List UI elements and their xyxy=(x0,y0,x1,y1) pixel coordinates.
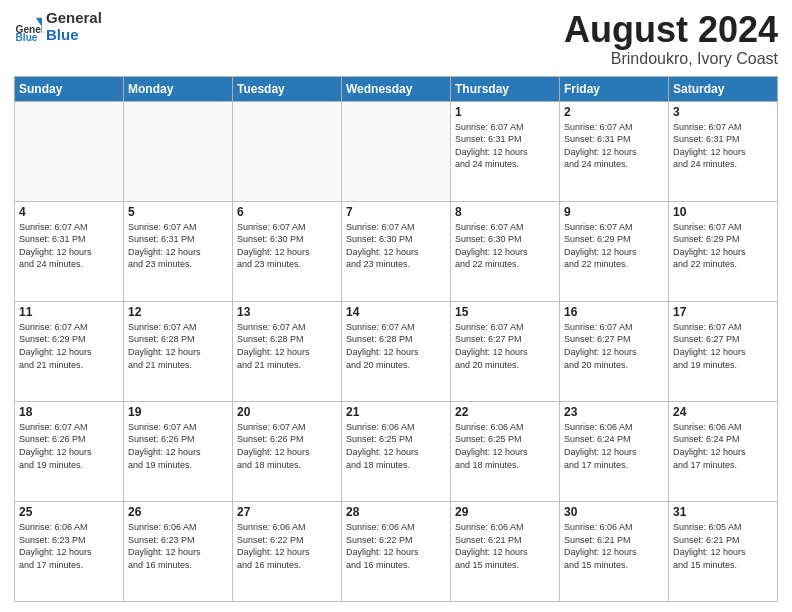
calendar-day-cell: 21Sunrise: 6:06 AM Sunset: 6:25 PM Dayli… xyxy=(342,401,451,501)
calendar-day-cell: 9Sunrise: 6:07 AM Sunset: 6:29 PM Daylig… xyxy=(560,201,669,301)
calendar-week-row: 11Sunrise: 6:07 AM Sunset: 6:29 PM Dayli… xyxy=(15,301,778,401)
calendar-day-cell: 23Sunrise: 6:06 AM Sunset: 6:24 PM Dayli… xyxy=(560,401,669,501)
day-number: 1 xyxy=(455,105,555,119)
calendar-day-cell: 19Sunrise: 6:07 AM Sunset: 6:26 PM Dayli… xyxy=(124,401,233,501)
day-number: 17 xyxy=(673,305,773,319)
day-number: 28 xyxy=(346,505,446,519)
day-number: 22 xyxy=(455,405,555,419)
calendar-day-cell: 17Sunrise: 6:07 AM Sunset: 6:27 PM Dayli… xyxy=(669,301,778,401)
logo-general-text: General xyxy=(46,10,102,27)
calendar-day-cell: 29Sunrise: 6:06 AM Sunset: 6:21 PM Dayli… xyxy=(451,501,560,601)
day-info: Sunrise: 6:07 AM Sunset: 6:31 PM Dayligh… xyxy=(564,121,664,171)
calendar-day-cell: 18Sunrise: 6:07 AM Sunset: 6:26 PM Dayli… xyxy=(15,401,124,501)
day-number: 26 xyxy=(128,505,228,519)
calendar-day-cell: 1Sunrise: 6:07 AM Sunset: 6:31 PM Daylig… xyxy=(451,101,560,201)
calendar-day-cell: 27Sunrise: 6:06 AM Sunset: 6:22 PM Dayli… xyxy=(233,501,342,601)
svg-text:Blue: Blue xyxy=(16,32,38,41)
day-number: 6 xyxy=(237,205,337,219)
day-info: Sunrise: 6:07 AM Sunset: 6:28 PM Dayligh… xyxy=(237,321,337,371)
calendar-week-row: 18Sunrise: 6:07 AM Sunset: 6:26 PM Dayli… xyxy=(15,401,778,501)
day-info: Sunrise: 6:07 AM Sunset: 6:30 PM Dayligh… xyxy=(237,221,337,271)
calendar-day-cell: 16Sunrise: 6:07 AM Sunset: 6:27 PM Dayli… xyxy=(560,301,669,401)
day-info: Sunrise: 6:06 AM Sunset: 6:22 PM Dayligh… xyxy=(237,521,337,571)
day-number: 15 xyxy=(455,305,555,319)
calendar-day-cell: 5Sunrise: 6:07 AM Sunset: 6:31 PM Daylig… xyxy=(124,201,233,301)
logo-blue-text: Blue xyxy=(46,27,102,44)
calendar-week-row: 1Sunrise: 6:07 AM Sunset: 6:31 PM Daylig… xyxy=(15,101,778,201)
calendar-day-cell: 4Sunrise: 6:07 AM Sunset: 6:31 PM Daylig… xyxy=(15,201,124,301)
day-number: 13 xyxy=(237,305,337,319)
calendar-subtitle: Brindoukro, Ivory Coast xyxy=(564,50,778,68)
day-number: 20 xyxy=(237,405,337,419)
title-block: August 2024 Brindoukro, Ivory Coast xyxy=(564,10,778,68)
day-info: Sunrise: 6:07 AM Sunset: 6:31 PM Dayligh… xyxy=(19,221,119,271)
day-number: 7 xyxy=(346,205,446,219)
day-of-week-header: Thursday xyxy=(451,76,560,101)
day-info: Sunrise: 6:07 AM Sunset: 6:29 PM Dayligh… xyxy=(19,321,119,371)
day-info: Sunrise: 6:06 AM Sunset: 6:23 PM Dayligh… xyxy=(19,521,119,571)
day-info: Sunrise: 6:07 AM Sunset: 6:29 PM Dayligh… xyxy=(673,221,773,271)
calendar-day-cell: 8Sunrise: 6:07 AM Sunset: 6:30 PM Daylig… xyxy=(451,201,560,301)
day-info: Sunrise: 6:07 AM Sunset: 6:27 PM Dayligh… xyxy=(455,321,555,371)
calendar-day-cell: 3Sunrise: 6:07 AM Sunset: 6:31 PM Daylig… xyxy=(669,101,778,201)
day-info: Sunrise: 6:07 AM Sunset: 6:27 PM Dayligh… xyxy=(673,321,773,371)
calendar-day-cell: 31Sunrise: 6:05 AM Sunset: 6:21 PM Dayli… xyxy=(669,501,778,601)
day-number: 2 xyxy=(564,105,664,119)
logo-icon: General Blue xyxy=(14,13,42,41)
day-number: 8 xyxy=(455,205,555,219)
day-of-week-header: Wednesday xyxy=(342,76,451,101)
day-info: Sunrise: 6:07 AM Sunset: 6:26 PM Dayligh… xyxy=(237,421,337,471)
day-number: 25 xyxy=(19,505,119,519)
day-info: Sunrise: 6:06 AM Sunset: 6:25 PM Dayligh… xyxy=(455,421,555,471)
day-info: Sunrise: 6:07 AM Sunset: 6:28 PM Dayligh… xyxy=(128,321,228,371)
calendar-day-cell: 10Sunrise: 6:07 AM Sunset: 6:29 PM Dayli… xyxy=(669,201,778,301)
day-number: 29 xyxy=(455,505,555,519)
calendar-table: SundayMondayTuesdayWednesdayThursdayFrid… xyxy=(14,76,778,602)
calendar-day-cell xyxy=(233,101,342,201)
day-number: 19 xyxy=(128,405,228,419)
day-number: 12 xyxy=(128,305,228,319)
day-info: Sunrise: 6:06 AM Sunset: 6:22 PM Dayligh… xyxy=(346,521,446,571)
calendar-day-cell: 25Sunrise: 6:06 AM Sunset: 6:23 PM Dayli… xyxy=(15,501,124,601)
day-info: Sunrise: 6:07 AM Sunset: 6:31 PM Dayligh… xyxy=(128,221,228,271)
day-number: 24 xyxy=(673,405,773,419)
calendar-day-cell: 15Sunrise: 6:07 AM Sunset: 6:27 PM Dayli… xyxy=(451,301,560,401)
day-info: Sunrise: 6:07 AM Sunset: 6:26 PM Dayligh… xyxy=(19,421,119,471)
day-number: 31 xyxy=(673,505,773,519)
logo: General Blue General Blue xyxy=(14,10,102,43)
day-number: 30 xyxy=(564,505,664,519)
day-number: 27 xyxy=(237,505,337,519)
day-info: Sunrise: 6:07 AM Sunset: 6:27 PM Dayligh… xyxy=(564,321,664,371)
calendar-day-cell xyxy=(124,101,233,201)
calendar-day-cell: 6Sunrise: 6:07 AM Sunset: 6:30 PM Daylig… xyxy=(233,201,342,301)
calendar-day-cell: 22Sunrise: 6:06 AM Sunset: 6:25 PM Dayli… xyxy=(451,401,560,501)
day-number: 11 xyxy=(19,305,119,319)
calendar-day-cell: 12Sunrise: 6:07 AM Sunset: 6:28 PM Dayli… xyxy=(124,301,233,401)
day-info: Sunrise: 6:07 AM Sunset: 6:31 PM Dayligh… xyxy=(455,121,555,171)
day-info: Sunrise: 6:06 AM Sunset: 6:24 PM Dayligh… xyxy=(564,421,664,471)
day-info: Sunrise: 6:07 AM Sunset: 6:29 PM Dayligh… xyxy=(564,221,664,271)
day-info: Sunrise: 6:07 AM Sunset: 6:30 PM Dayligh… xyxy=(455,221,555,271)
day-number: 4 xyxy=(19,205,119,219)
day-info: Sunrise: 6:06 AM Sunset: 6:21 PM Dayligh… xyxy=(455,521,555,571)
day-number: 9 xyxy=(564,205,664,219)
calendar-day-cell xyxy=(342,101,451,201)
calendar-day-cell: 20Sunrise: 6:07 AM Sunset: 6:26 PM Dayli… xyxy=(233,401,342,501)
day-number: 3 xyxy=(673,105,773,119)
calendar-day-cell: 26Sunrise: 6:06 AM Sunset: 6:23 PM Dayli… xyxy=(124,501,233,601)
day-number: 18 xyxy=(19,405,119,419)
day-number: 14 xyxy=(346,305,446,319)
day-number: 16 xyxy=(564,305,664,319)
calendar-day-cell: 14Sunrise: 6:07 AM Sunset: 6:28 PM Dayli… xyxy=(342,301,451,401)
day-number: 23 xyxy=(564,405,664,419)
day-number: 5 xyxy=(128,205,228,219)
day-info: Sunrise: 6:07 AM Sunset: 6:31 PM Dayligh… xyxy=(673,121,773,171)
day-info: Sunrise: 6:05 AM Sunset: 6:21 PM Dayligh… xyxy=(673,521,773,571)
calendar-day-cell xyxy=(15,101,124,201)
day-number: 10 xyxy=(673,205,773,219)
day-number: 21 xyxy=(346,405,446,419)
calendar-day-cell: 11Sunrise: 6:07 AM Sunset: 6:29 PM Dayli… xyxy=(15,301,124,401)
day-info: Sunrise: 6:06 AM Sunset: 6:24 PM Dayligh… xyxy=(673,421,773,471)
day-of-week-header: Tuesday xyxy=(233,76,342,101)
day-info: Sunrise: 6:07 AM Sunset: 6:26 PM Dayligh… xyxy=(128,421,228,471)
